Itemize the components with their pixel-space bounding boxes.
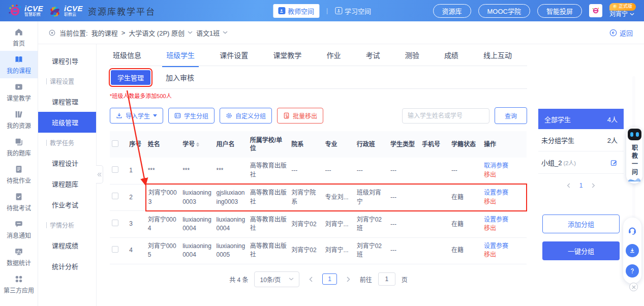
sidebar-item-pending-homework[interactable]: 待批作业	[0, 161, 38, 188]
subtab-join-review[interactable]: 加入审核	[166, 72, 194, 82]
tab-quiz[interactable]: 测验	[405, 50, 419, 60]
top-header: iCVE 智慧职教 iCVE 职教云 资源库教学平台 教师空间	[0, 0, 644, 21]
group-name: 小组_2	[541, 159, 562, 167]
subtab-student-manage[interactable]: 学生管理	[111, 70, 150, 85]
brand-name-2: iCVE	[64, 5, 83, 13]
smart-cast-button[interactable]: 智能投屏	[537, 4, 582, 18]
course-menu-item-class-manage[interactable]: 班级管理	[38, 112, 96, 133]
breadcrumb-class-dropdown[interactable]: 语文1班	[196, 28, 228, 38]
sidebar-item-my-courses[interactable]: 我的课程	[0, 51, 38, 78]
student-name-link[interactable]: ***	[146, 158, 181, 184]
tab-online-interaction[interactable]: 线上互动	[483, 50, 512, 60]
download-icon	[116, 112, 122, 119]
sidebar-item-my-resources[interactable]: 我的资源	[0, 106, 38, 133]
customer-service-button[interactable]	[626, 224, 639, 237]
remove-link[interactable]: 移出	[484, 171, 525, 179]
double-chevron-left-icon	[97, 172, 102, 177]
one-click-group-button[interactable]: 一键分组	[542, 241, 620, 260]
sidebar-item-statistics[interactable]: 数据统计	[0, 243, 38, 270]
tab-grades[interactable]: 成绩	[444, 50, 458, 60]
tab-class-info[interactable]: 班级信息	[113, 50, 141, 60]
resource-lib-button[interactable]: 资源库	[433, 4, 471, 18]
breadcrumb-root[interactable]: 我的课程	[91, 28, 118, 38]
course-menu-section-settings: 课程设置	[38, 71, 96, 91]
tab-courseware-settings[interactable]: 课件设置	[220, 50, 248, 60]
course-menu-item-course-bank[interactable]: 课程题库	[38, 173, 96, 194]
set-contest-link[interactable]: 设置参赛	[484, 216, 525, 224]
query-button[interactable]: 查询	[495, 107, 527, 124]
sidebar-item-home[interactable]: 首页	[0, 23, 38, 51]
batch-remove-button[interactable]: 批量移出	[277, 108, 323, 124]
course-menu-item-course-design[interactable]: 课程设计	[38, 152, 96, 173]
student-search-input[interactable]	[402, 108, 489, 124]
learning-space-icon	[335, 7, 342, 14]
group-page-number[interactable]: 1	[579, 182, 583, 189]
group-all-students[interactable]: 全部学生 4人	[538, 109, 624, 129]
row-checkbox[interactable]	[112, 166, 118, 173]
row-checkbox[interactable]	[112, 246, 118, 253]
sidebar-item-my-question-bank[interactable]: 我的题库	[0, 133, 38, 161]
select-all-checkbox[interactable]	[112, 140, 118, 147]
pagination-total: 共 4 条	[229, 275, 248, 284]
back-button[interactable]: 返回	[609, 28, 633, 38]
group-ungrouped[interactable]: 未分组学生 2人	[538, 129, 624, 151]
set-contest-link[interactable]: 设置参赛	[484, 242, 525, 251]
remove-doc-icon	[283, 112, 290, 119]
prev-page-button[interactable]	[305, 274, 316, 284]
cancel-contest-link[interactable]: 取消参赛	[484, 162, 525, 170]
sidebar-item-third-party-apps[interactable]: 第三方应用	[0, 270, 38, 298]
set-contest-link[interactable]: 设置参赛	[484, 189, 524, 197]
course-menu-item-statistics-analysis[interactable]: 统计分析	[38, 256, 96, 277]
course-menu-item-guide[interactable]: 课程引导	[38, 50, 96, 71]
add-group-button[interactable]: 添加分组	[542, 215, 620, 233]
goto-page-input[interactable]	[378, 272, 395, 286]
chevron-left-icon[interactable]	[567, 183, 570, 188]
collapse-sidebar-handle[interactable]	[96, 165, 103, 183]
page-number[interactable]: 1	[322, 273, 337, 285]
remove-link[interactable]: 移出	[484, 198, 524, 206]
col-admin-class: 行政班	[355, 131, 388, 158]
custom-group-button[interactable]: 自定义分组	[220, 108, 272, 124]
tab-homework[interactable]: 作业	[327, 50, 341, 60]
page-size-select[interactable]: 10条/页	[254, 271, 299, 287]
mooc-button[interactable]: MOOC学院	[478, 4, 530, 18]
learning-space-button[interactable]: 学习空间	[335, 6, 371, 16]
remove-link[interactable]: 移出	[484, 251, 525, 259]
row-checkbox[interactable]	[112, 193, 118, 199]
content-row: 课程引导 课程设置 课程管理 班级管理 教学任务 课程设计 课程题库 作业考试 …	[38, 44, 644, 306]
col-name: 姓名	[146, 131, 181, 158]
student-group-button[interactable]: 学生分组	[168, 108, 214, 124]
course-menu-item-course-manage[interactable]: 课程管理	[38, 91, 96, 112]
sort-icon[interactable]	[196, 142, 199, 147]
download-center-button[interactable]	[626, 244, 639, 257]
sidebar-item-classroom-teaching[interactable]: 课堂教学	[0, 78, 38, 106]
user-menu[interactable]: 刘宵宁	[609, 11, 634, 18]
avatar[interactable]	[589, 4, 602, 17]
remove-link[interactable]: 移出	[484, 224, 525, 233]
tab-classroom-teaching[interactable]: 课堂教学	[273, 50, 301, 60]
teacher-space-button[interactable]: 教师空间	[273, 4, 319, 18]
course-menu-item-homework-exam[interactable]: 作业考试	[38, 194, 96, 215]
import-students-button[interactable]: 导入学生	[110, 108, 163, 124]
course-menu-item-course-grades[interactable]: 课程成绩	[38, 235, 96, 256]
next-page-button[interactable]	[343, 274, 354, 284]
tab-exam[interactable]: 考试	[366, 50, 380, 60]
student-name-link[interactable]: 刘宵宁0004	[146, 211, 181, 237]
row-checkbox[interactable]	[112, 220, 118, 226]
edit-group-icon[interactable]	[610, 159, 618, 166]
student-name-link[interactable]: 刘宵宁0005	[146, 237, 181, 264]
breadcrumb-course-dropdown[interactable]: 大学语文 (2P) 原创	[129, 28, 193, 38]
sidebar-item-notifications[interactable]: 消息通知	[0, 216, 38, 243]
wave-icon	[628, 177, 640, 181]
close-widget-button[interactable]	[629, 283, 638, 291]
group-item[interactable]: 小组_2(2人)	[538, 151, 624, 174]
tab-class-students[interactable]: 班级学生	[166, 50, 195, 60]
page-unit: 页	[402, 275, 408, 284]
sidebar-item-pending-exams[interactable]: 待批考试	[0, 188, 38, 216]
chevron-right-icon[interactable]	[592, 183, 595, 188]
location-target-icon	[48, 29, 56, 37]
help-button[interactable]	[626, 264, 639, 278]
student-name-link[interactable]: 刘宵宁0003	[146, 184, 181, 211]
username-label: 刘宵宁	[609, 11, 628, 18]
assistant-widget[interactable]: 职教一问	[626, 127, 642, 183]
